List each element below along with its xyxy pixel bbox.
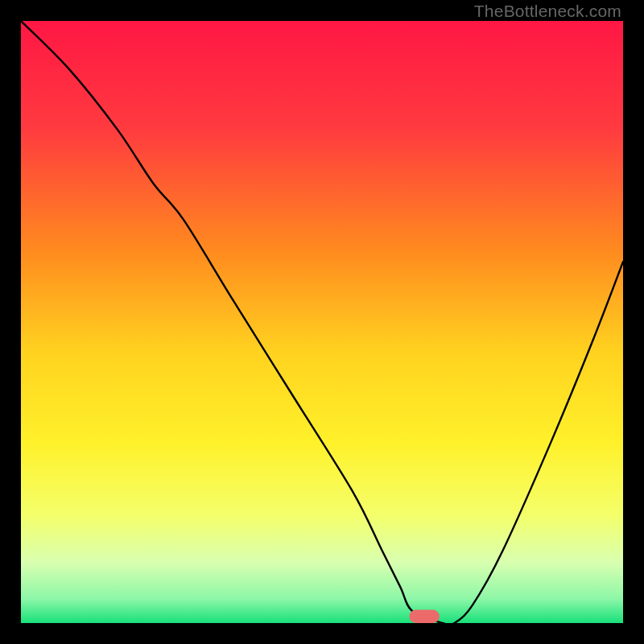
chart-svg (21, 21, 623, 623)
watermark-text: TheBottleneck.com (474, 2, 621, 21)
chart-background (21, 21, 623, 623)
chart-frame (21, 21, 623, 623)
optimal-marker (409, 610, 439, 623)
